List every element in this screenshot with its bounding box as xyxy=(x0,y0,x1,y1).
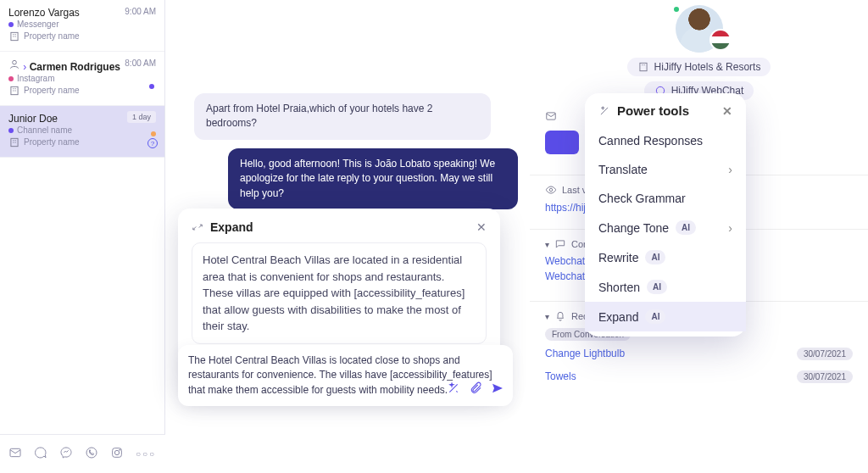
send-icon[interactable] xyxy=(491,381,504,399)
conversation-property: Property name xyxy=(24,136,80,148)
svg-rect-9 xyxy=(640,63,647,70)
org-pill[interactable]: HiJiffy Hotels & Resorts xyxy=(627,58,771,76)
svg-rect-3 xyxy=(11,138,18,146)
chevron-right-icon: › xyxy=(728,163,732,176)
power-tools-menu: Power tools ✕ Canned Responses Translate… xyxy=(585,93,746,337)
channel-dot xyxy=(8,22,14,27)
svg-point-12 xyxy=(549,188,553,192)
channel-icon-bar: ○○○ xyxy=(0,434,165,473)
pt-translate[interactable]: Translate› xyxy=(585,155,746,184)
attachment-icon[interactable] xyxy=(469,381,482,399)
message-outgoing: Hello, good afternoon! This is João Loba… xyxy=(228,148,518,209)
conversation-property: Property name xyxy=(24,85,80,97)
conversation-channel: Messenger xyxy=(17,19,58,31)
assignee-circle: ? xyxy=(147,138,158,148)
svg-rect-4 xyxy=(10,448,20,456)
request-link[interactable]: Towels xyxy=(545,370,576,382)
chevron-right-icon: › xyxy=(728,221,732,235)
more-icon[interactable]: ○○○ xyxy=(136,449,156,459)
mail-icon[interactable] xyxy=(8,446,22,462)
building-icon xyxy=(637,61,649,73)
pt-rewrite[interactable]: RewriteAI xyxy=(585,242,746,272)
ai-badge: AI xyxy=(676,220,696,235)
magic-icon[interactable] xyxy=(447,381,460,399)
conversation-item[interactable]: › Carmen Rodrigues Instagram Property na… xyxy=(0,52,164,106)
request-link[interactable]: Change Lightbulb xyxy=(545,348,625,359)
presence-dot xyxy=(672,5,681,14)
message-composer[interactable]: The Hotel Central Beach Villas is locate… xyxy=(178,345,513,406)
pt-check-grammar[interactable]: Check Grammar xyxy=(585,184,746,213)
request-date: 30/07/2021 xyxy=(797,348,853,360)
conversation-time: 9:00 AM xyxy=(125,7,156,16)
pt-change-tone[interactable]: Change ToneAI› xyxy=(585,213,746,242)
svg-point-5 xyxy=(86,448,97,458)
power-tools-title: Power tools xyxy=(617,103,689,118)
conversation-property: Property name xyxy=(24,31,80,42)
svg-rect-11 xyxy=(547,113,556,120)
expand-textbox[interactable]: Hotel Central Beach Villas are located i… xyxy=(192,242,487,344)
request-date: 30/07/2021 xyxy=(797,370,853,383)
building-icon xyxy=(8,136,20,148)
svg-point-7 xyxy=(114,450,119,454)
avatar-icon xyxy=(8,58,20,70)
flag-icon xyxy=(711,31,730,49)
svg-rect-0 xyxy=(11,32,18,40)
close-icon[interactable]: ✕ xyxy=(476,220,487,234)
conversation-item-selected[interactable]: Junior Doe Channel name Property name 1 … xyxy=(0,106,164,158)
svg-point-1 xyxy=(13,60,17,64)
messaging-icon[interactable] xyxy=(34,446,47,462)
pt-shorten[interactable]: ShortenAI xyxy=(585,272,746,302)
building-icon xyxy=(8,85,20,97)
svg-point-8 xyxy=(120,449,120,450)
conversation-item[interactable]: Lorenzo Vargas Messenger Property name 9… xyxy=(0,0,164,52)
channel-dot xyxy=(8,128,14,133)
conversation-channel: Channel name xyxy=(17,125,72,136)
instagram-icon[interactable] xyxy=(110,446,124,462)
message-incoming: Apart from Hotel Praia,which of your hot… xyxy=(194,93,491,140)
bell-icon xyxy=(554,310,566,322)
messenger-icon[interactable] xyxy=(59,446,73,462)
conversation-time: 1 day xyxy=(127,111,156,123)
ai-badge: AI xyxy=(645,250,665,264)
expand-icon xyxy=(192,221,203,233)
whatsapp-icon[interactable] xyxy=(85,446,98,462)
magic-icon xyxy=(598,105,610,117)
pt-canned-responses[interactable]: Canned Responses xyxy=(585,126,746,155)
building-icon xyxy=(8,31,20,42)
channel-dot xyxy=(8,76,14,81)
primary-action-button[interactable] xyxy=(545,131,579,154)
conversation-channel: Instagram xyxy=(17,73,54,85)
ai-badge: AI xyxy=(645,309,665,324)
close-icon[interactable]: ✕ xyxy=(722,104,732,118)
mail-icon[interactable] xyxy=(545,110,557,122)
expand-title: Expand xyxy=(210,220,253,234)
chat-icon xyxy=(554,238,566,250)
conversation-time: 8:00 AM xyxy=(125,58,156,68)
unread-dot xyxy=(149,84,154,89)
eye-icon xyxy=(545,184,557,196)
svg-rect-2 xyxy=(11,86,18,94)
conversation-list: Lorenzo Vargas Messenger Property name 9… xyxy=(0,0,165,473)
ai-badge: AI xyxy=(647,280,667,294)
pt-expand[interactable]: ExpandAI xyxy=(585,302,746,331)
status-dot xyxy=(151,131,156,136)
conversation-name: Carmen Rodrigues xyxy=(30,61,120,73)
